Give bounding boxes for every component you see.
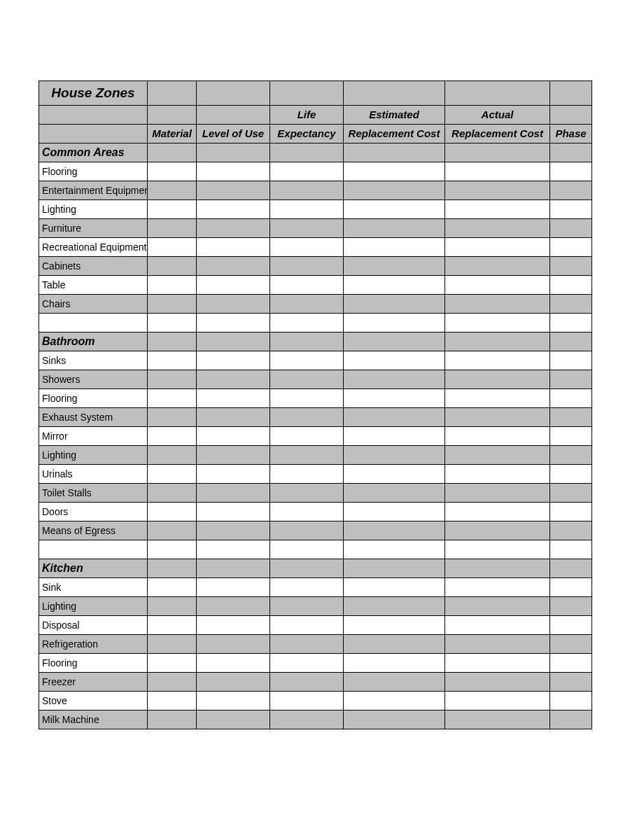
data-cell bbox=[148, 219, 197, 238]
column-header: Expectancy bbox=[270, 125, 344, 144]
data-cell bbox=[148, 238, 197, 257]
data-cell bbox=[445, 219, 550, 238]
data-cell bbox=[197, 484, 270, 503]
data-cell bbox=[197, 389, 270, 408]
item-label: Toilet Stalls bbox=[39, 484, 148, 503]
data-cell bbox=[550, 181, 592, 200]
data-cell bbox=[445, 200, 550, 219]
data-cell bbox=[344, 503, 445, 522]
column-header-top: Life bbox=[270, 106, 344, 125]
item-label: Table bbox=[39, 276, 148, 295]
item-label: Urinals bbox=[39, 465, 148, 484]
data-cell bbox=[148, 389, 197, 408]
data-cell bbox=[550, 597, 592, 616]
data-cell bbox=[445, 484, 550, 503]
data-cell bbox=[148, 692, 197, 710]
data-cell bbox=[550, 522, 592, 540]
column-header-top: Estimated bbox=[344, 106, 445, 125]
data-cell bbox=[550, 351, 592, 370]
data-cell bbox=[550, 257, 592, 276]
data-cell bbox=[197, 522, 270, 540]
data-cell bbox=[197, 503, 270, 522]
data-cell bbox=[197, 673, 270, 692]
item-label: Disposal bbox=[39, 616, 148, 635]
data-cell bbox=[344, 522, 445, 540]
data-cell bbox=[270, 484, 344, 503]
data-cell bbox=[550, 616, 592, 635]
data-cell bbox=[445, 635, 550, 654]
data-cell bbox=[445, 181, 550, 200]
data-cell bbox=[270, 465, 344, 484]
data-cell bbox=[445, 408, 550, 427]
item-label: Showers bbox=[39, 370, 148, 389]
data-cell bbox=[445, 238, 550, 257]
data-cell bbox=[445, 616, 550, 635]
data-cell bbox=[197, 219, 270, 238]
item-label: Sink bbox=[39, 578, 148, 597]
data-cell bbox=[270, 276, 344, 295]
data-cell bbox=[445, 673, 550, 692]
data-cell bbox=[445, 446, 550, 465]
data-cell bbox=[270, 295, 344, 314]
data-cell bbox=[270, 503, 344, 522]
item-label: Lighting bbox=[39, 446, 148, 465]
data-cell bbox=[344, 389, 445, 408]
data-cell bbox=[197, 276, 270, 295]
data-cell bbox=[270, 446, 344, 465]
data-cell bbox=[550, 389, 592, 408]
data-cell bbox=[344, 710, 445, 729]
column-header: Material bbox=[148, 125, 197, 144]
data-cell bbox=[197, 465, 270, 484]
column-header: Replacement Cost bbox=[445, 125, 550, 144]
data-cell bbox=[344, 408, 445, 427]
data-cell bbox=[445, 578, 550, 597]
item-label: Means of Egress bbox=[39, 522, 148, 540]
data-cell bbox=[197, 295, 270, 314]
data-cell bbox=[445, 295, 550, 314]
data-cell bbox=[197, 200, 270, 219]
data-cell bbox=[197, 427, 270, 446]
data-cell bbox=[197, 370, 270, 389]
data-cell bbox=[197, 654, 270, 673]
data-cell bbox=[344, 200, 445, 219]
data-cell bbox=[197, 635, 270, 654]
data-cell bbox=[148, 635, 197, 654]
data-cell bbox=[270, 257, 344, 276]
data-cell bbox=[550, 370, 592, 389]
data-cell bbox=[550, 710, 592, 729]
data-cell bbox=[344, 578, 445, 597]
column-header: Level of Use bbox=[197, 125, 270, 144]
data-cell bbox=[270, 673, 344, 692]
data-cell bbox=[270, 162, 344, 181]
data-cell bbox=[550, 692, 592, 710]
data-cell bbox=[148, 351, 197, 370]
data-cell bbox=[344, 616, 445, 635]
data-cell bbox=[148, 200, 197, 219]
data-cell bbox=[550, 238, 592, 257]
data-cell bbox=[197, 408, 270, 427]
item-label: Lighting bbox=[39, 597, 148, 616]
data-cell bbox=[550, 295, 592, 314]
data-cell bbox=[270, 692, 344, 710]
data-cell bbox=[148, 654, 197, 673]
data-cell bbox=[197, 578, 270, 597]
data-cell bbox=[445, 465, 550, 484]
data-cell bbox=[344, 257, 445, 276]
data-cell bbox=[445, 427, 550, 446]
section-header: Kitchen bbox=[39, 559, 148, 578]
data-cell bbox=[270, 578, 344, 597]
data-cell bbox=[197, 710, 270, 729]
item-label: Sinks bbox=[39, 351, 148, 370]
data-cell bbox=[550, 408, 592, 427]
data-cell bbox=[148, 370, 197, 389]
item-label: Exhaust System bbox=[39, 408, 148, 427]
item-label: Entertainment Equipment bbox=[39, 181, 148, 200]
data-cell bbox=[148, 673, 197, 692]
data-cell bbox=[445, 162, 550, 181]
data-cell bbox=[344, 484, 445, 503]
item-label: Freezer bbox=[39, 673, 148, 692]
data-cell bbox=[550, 427, 592, 446]
column-header: Phase bbox=[550, 125, 592, 144]
data-cell bbox=[270, 370, 344, 389]
item-label: Recreational Equipment bbox=[39, 238, 148, 257]
